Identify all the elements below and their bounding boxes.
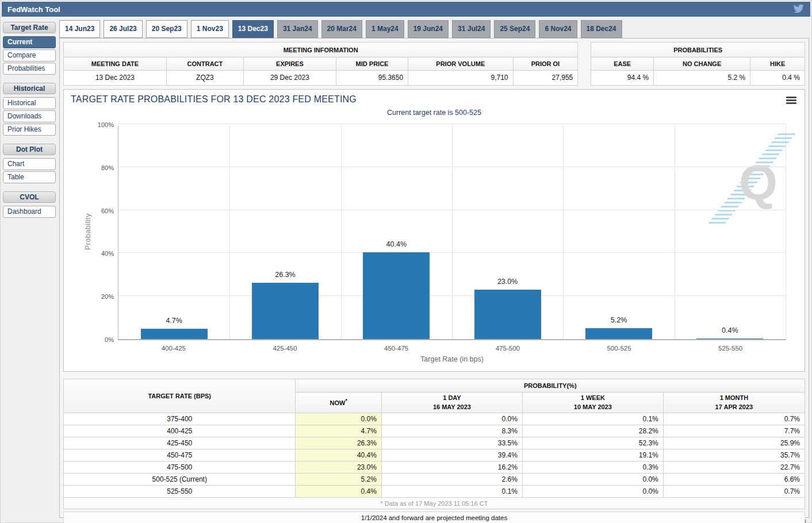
chart-subtitle: Current target rate is 500-525 [71,109,798,118]
cell-rate: 475-500 [64,462,296,474]
table-row: 475-50023.0%16.2%0.3%22.7% [64,462,805,474]
bar-value-label: 5.2% [593,316,645,324]
cell: 9,710 [408,70,513,85]
y-tick-label: 20% [84,293,114,300]
gridline [229,125,230,339]
cell-value: 0.1% [522,413,663,425]
meeting-info-row: MEETING INFORMATIONMEETING DATECONTRACTE… [63,42,805,86]
sidebar-item-dashboard[interactable]: Dashboard [3,206,56,218]
cell-value: 0.0% [522,486,663,498]
sidebar-item-probabilities[interactable]: Probabilities [3,63,56,75]
sidebar-header-historical: Historical [3,83,56,94]
cell-value: 6.6% [663,474,805,486]
x-tick-label: 450-475 [340,345,452,352]
tab-26-jul23[interactable]: 26 Jul23 [104,20,142,38]
table-title: PROBABILITIES [591,43,805,57]
table-row: 400-4254.7%8.3%28.2%7.7% [64,425,805,437]
quikstrike-watermark-icon: Q [722,133,780,225]
meeting-information-table: MEETING INFORMATIONMEETING DATECONTRACTE… [63,42,578,86]
column-header: NO CHANGE [654,57,750,71]
x-tick-label: 400-425 [118,345,229,352]
twitter-icon[interactable] [793,3,806,15]
tab-18-dec24[interactable]: 18 Dec24 [581,20,622,38]
table-row: 425-45026.3%33.5%52.3%25.9% [64,437,805,449]
sidebar-item-downloads[interactable]: Downloads [3,110,56,122]
bar-value-label: 40.4% [370,240,422,248]
column-header-probability: PROBABILITY(%) [296,379,805,393]
cell-value: 0.7% [663,413,805,425]
sidebar-header-dot-plot: Dot Plot [3,144,56,155]
cell-value: 23.0% [296,462,382,474]
cell-value: 22.7% [663,462,805,474]
gridline [675,125,675,339]
x-tick-label: 475-500 [452,345,564,352]
cell: 5.2 % [654,70,750,85]
probability-table: TARGET RATE (BPS)PROBABILITY(%)NOW*1 DAY… [63,379,805,509]
probability-table-wrap: TARGET RATE (BPS)PROBABILITY(%)NOW*1 DAY… [63,379,805,509]
sidebar-item-table[interactable]: Table [3,171,56,183]
meeting-date-tabs: 14 Jun2326 Jul2320 Sep231 Nov2313 Dec233… [59,20,809,38]
tab-1-may24[interactable]: 1 May24 [366,20,404,38]
table-title-row: MEETING INFORMATION [64,43,578,57]
gridline [563,125,564,339]
tab-19-jun24[interactable]: 19 Jun24 [408,20,449,38]
bar-value-label: 0.4% [704,326,756,334]
bar-425-450 [252,283,319,339]
bar-475-500 [474,290,541,339]
tab-31-jan24[interactable]: 31 Jan24 [277,20,318,38]
tab-31-jul24[interactable]: 31 Jul24 [452,20,491,38]
bar-value-label: 26.3% [259,271,311,279]
fedwatch-tool-page: FedWatch Tool Target RateCurrentCompareP… [0,0,812,523]
x-tick-label: 500-525 [564,345,675,352]
sidebar-item-compare[interactable]: Compare [3,49,56,61]
cell: 29 Dec 2023 [243,70,336,85]
column-header: EXPIRES [243,57,336,71]
cell-value: 33.5% [381,437,522,449]
table-row: 450-47540.4%39.4%19.1%35.7% [64,449,805,462]
cell-rate: 500-525 (Current) [64,474,296,486]
content-panel: MEETING INFORMATIONMEETING DATECONTRACTE… [59,38,809,518]
column-header: MID PRICE [336,57,408,71]
data-asof-note: * Data as of 17 May 2023 11:05:16 CT [64,498,805,509]
tab-25-sep24[interactable]: 25 Sep24 [494,20,535,38]
cell-value: 52.3% [522,437,663,449]
cell-value: 7.7% [663,425,805,437]
cell-value: 0.0% [522,474,663,486]
cell-value: 2.6% [381,474,522,486]
sidebar-item-current[interactable]: Current [3,36,56,48]
cell-value: 0.0% [296,413,382,425]
tab-14-jun23[interactable]: 14 Jun23 [59,20,100,38]
table-header-row: TARGET RATE (BPS)PROBABILITY(%) [64,379,805,393]
gridline [452,125,453,339]
y-tick-label: 100% [84,121,114,128]
sidebar-item-chart[interactable]: Chart [3,158,56,170]
x-axis-labels: 400-425425-450450-475475-500500-525525-5… [118,340,786,352]
tab-1-nov23[interactable]: 1 Nov23 [191,20,229,38]
tab-6-nov24[interactable]: 6 Nov24 [539,20,577,38]
cell-value: 0.7% [663,486,805,498]
chart-menu-icon[interactable] [786,97,796,105]
sidebar-header-cvol: CVOL [3,191,56,203]
y-tick-label: 60% [84,207,114,214]
bar-525-550 [696,339,763,340]
cell-value: 5.2% [296,474,382,486]
table-row: 13 Dec 2023ZQZ329 Dec 202395.36509,71027… [64,70,578,85]
cell: 95.3650 [336,70,408,85]
gridline [118,124,786,124]
y-tick-label: 0% [84,336,114,343]
tab-20-sep23[interactable]: 20 Sep23 [146,20,187,38]
cell-rate: 425-450 [64,437,296,449]
bar-chart: Probability Q 0%20%40%60%80%100%4.7%26.3… [71,125,798,363]
cell-value: 28.2% [522,425,663,437]
x-tick-label: 525-550 [675,345,786,352]
chart-title: TARGET RATE PROBABILITIES FOR 13 DEC 202… [71,94,798,105]
sidebar-item-historical[interactable]: Historical [3,97,56,109]
sidebar-item-prior-hikes[interactable]: Prior Hikes [3,124,56,136]
table-row: 375-4000.0%0.0%0.1%0.7% [64,413,805,425]
tab-20-mar24[interactable]: 20 Mar24 [321,20,362,38]
tab-13-dec23[interactable]: 13 Dec23 [232,20,274,38]
chart-panel: TARGET RATE PROBABILITIES FOR 13 DEC 202… [63,89,805,372]
cell-value: 19.1% [522,449,663,462]
table-header-row: EASENO CHANGEHIKE [591,57,805,71]
cell-value: 4.7% [296,425,382,437]
